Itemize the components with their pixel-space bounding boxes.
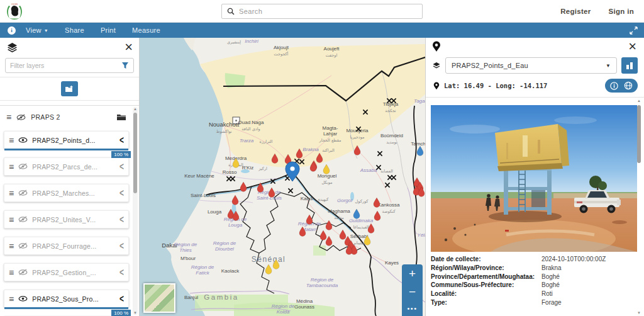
drag-handle-icon[interactable]: ≡ [6, 112, 11, 122]
eye-slash-icon[interactable] [18, 216, 28, 223]
layer-filter[interactable] [5, 58, 134, 73]
fullscreen-expand-icon[interactable] [630, 26, 638, 35]
toolbar-item-share[interactable]: Share [65, 26, 84, 34]
eye-slash-icon[interactable] [18, 163, 28, 170]
scroll-down-icon[interactable]: ▼ [133, 311, 138, 315]
drag-handle-icon[interactable]: ≡ [9, 241, 14, 251]
attribute-value: 2024-10-10T00:00:00Z [541, 255, 637, 264]
water-point-marker-red[interactable] [320, 230, 326, 240]
water-point-marker-red[interactable] [326, 236, 332, 246]
identify-layer-select[interactable]: PRAPS2_Points_d_Eau ▼ [445, 57, 617, 74]
drag-handle-icon[interactable]: ≡ [9, 135, 14, 145]
drag-handle-icon[interactable]: ≡ [9, 215, 14, 225]
water-point-marker-red[interactable] [232, 195, 238, 205]
zoom-in-button[interactable]: + [402, 264, 423, 283]
about-info-icon[interactable]: i [8, 26, 16, 35]
overview-mini-map[interactable] [143, 283, 175, 313]
x-marker[interactable] [230, 176, 235, 181]
collapse-chevron-icon[interactable]: < [119, 134, 124, 145]
water-point-marker-red[interactable] [326, 220, 332, 230]
layer-row[interactable]: ≡PRAPS2_Fourrage...< [4, 237, 129, 255]
zoom-out-button[interactable]: − [402, 283, 423, 301]
collapse-chevron-icon[interactable]: < [119, 161, 124, 172]
more-tools-button[interactable]: ••• [402, 301, 423, 316]
layer-row[interactable]: ≡PRAPS2_Marches...< [4, 184, 129, 202]
charts-button[interactable] [621, 57, 638, 74]
collapse-chevron-icon[interactable]: < [119, 266, 124, 278]
scroll-up-icon[interactable]: ▲ [636, 99, 641, 103]
layers-scrollbar[interactable]: ▲ ▼ [133, 107, 138, 315]
eye-icon[interactable] [18, 295, 28, 302]
eye-slash-icon[interactable] [16, 114, 26, 121]
close-layers-panel-icon[interactable]: × [125, 41, 133, 54]
water-point-marker-red[interactable] [340, 230, 346, 240]
map-label-arabic: البراكنة [322, 148, 335, 153]
attribute-label: Province/Département/Moughataa: [431, 273, 535, 281]
map-label-arabic: العصابة [380, 169, 393, 174]
collapse-chevron-icon[interactable]: < [119, 187, 124, 198]
water-point-marker-red[interactable] [374, 211, 380, 221]
water-point-marker-yellow[interactable] [265, 264, 272, 274]
x-marker[interactable] [376, 165, 380, 169]
collapse-chevron-icon[interactable]: < [119, 240, 124, 251]
opacity-slider[interactable] [4, 149, 128, 150]
close-identify-panel-icon[interactable]: × [628, 40, 636, 53]
map-label-arabic: مغامة [334, 215, 344, 220]
layer-row[interactable]: ≡PRAPS2_Points_d...<100 % [4, 131, 129, 149]
collapse-chevron-icon[interactable]: < [119, 293, 124, 304]
eye-slash-icon[interactable] [18, 269, 28, 276]
map-label-arabic: وادي الناقة [242, 127, 260, 132]
x-marker[interactable] [288, 188, 292, 193]
attribute-label: Type: [431, 298, 535, 307]
water-point-marker-red[interactable] [374, 198, 380, 208]
x-marker[interactable] [391, 175, 396, 179]
filter-funnel-icon[interactable] [121, 62, 129, 69]
sign-in-link[interactable]: Sign in [609, 8, 634, 15]
toolbar-item-measure[interactable]: Measure [132, 26, 160, 34]
details-scrollbar[interactable]: ▲ ▼ [636, 99, 641, 315]
drag-handle-icon[interactable]: ≡ [9, 162, 14, 172]
drag-handle-icon[interactable]: ≡ [9, 294, 14, 304]
toolbar-item-view[interactable]: View▼ [26, 26, 48, 34]
layer-row[interactable]: ≡PRAPS2_Parcs_de...< [4, 157, 129, 176]
filter-layers-input[interactable] [10, 62, 118, 69]
layer-row[interactable]: ≡PRAPS2_Sous_Pro...<100 % [4, 290, 129, 308]
map-label: Diourbel [215, 246, 234, 252]
layer-row[interactable]: ≡PRAPS2_Gestion_...< [4, 263, 129, 281]
eye-icon[interactable] [18, 137, 28, 144]
add-layer-button[interactable] [61, 81, 78, 96]
toolbar-item-print[interactable]: Print [101, 26, 116, 34]
global-search[interactable] [221, 4, 423, 19]
layer-row[interactable]: ≡PRAPS2_Unites_V...< [4, 210, 129, 229]
map-pin-icon [432, 41, 441, 52]
scroll-up-icon[interactable]: ▲ [133, 107, 138, 111]
drag-handle-icon[interactable]: ≡ [9, 268, 14, 278]
water-point-marker-blue[interactable] [417, 146, 423, 156]
map-label: Région de [191, 264, 214, 270]
water-point-marker-red[interactable] [306, 215, 313, 225]
register-link[interactable]: Register [560, 8, 591, 15]
map-svg[interactable]: InchiriإبنشيريAkjoujtأكجوجتAoujeftاوجفتT… [140, 38, 425, 316]
search-input[interactable] [239, 8, 417, 15]
feature-photo [431, 105, 637, 252]
folder-icon[interactable] [116, 113, 126, 121]
water-point-marker-yellow[interactable] [323, 164, 330, 174]
collapse-chevron-icon[interactable]: < [119, 213, 124, 225]
opacity-slider[interactable] [4, 307, 128, 309]
map-label: M'bour [180, 256, 196, 261]
layer-label: PRAPS2_Sous_Pro... [32, 295, 99, 303]
layer-group-praps2[interactable]: ≡ PRAPS 2 [4, 110, 129, 125]
drag-handle-icon[interactable]: ≡ [9, 188, 14, 198]
map-label: Maghama [328, 208, 350, 214]
water-point-marker-red[interactable] [240, 182, 247, 192]
water-point-marker-blue[interactable] [353, 209, 360, 219]
eye-slash-icon[interactable] [18, 242, 28, 249]
x-marker[interactable] [377, 151, 382, 155]
x-marker[interactable] [385, 183, 389, 187]
scroll-down-icon[interactable]: ▼ [636, 311, 641, 315]
cilss-logo-icon[interactable]: CILSS [5, 2, 24, 21]
info-icon[interactable] [610, 82, 618, 90]
map-canvas[interactable]: InchiriإبنشيريAkjoujtأكجوجتAoujeftاوجفتT… [140, 38, 425, 316]
eye-slash-icon[interactable] [18, 189, 28, 196]
globe-zoom-icon[interactable] [624, 81, 633, 90]
